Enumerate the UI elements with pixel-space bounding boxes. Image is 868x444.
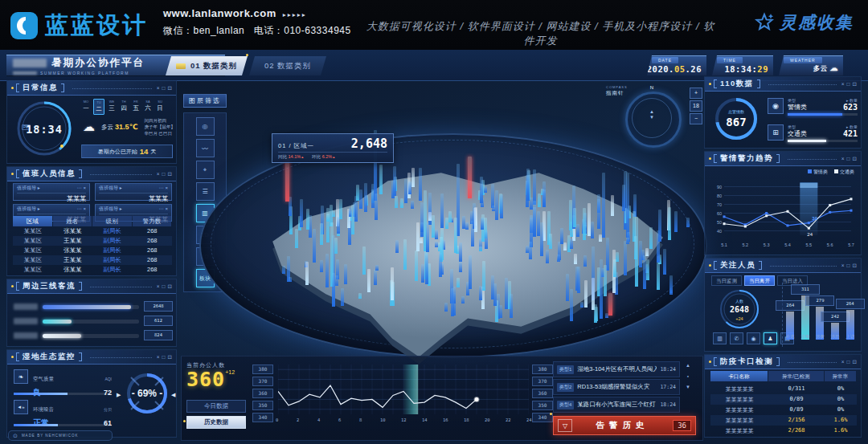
compass-widget[interactable]: COMPASS 指南针 N ▲▼ <box>620 85 683 148</box>
checkpoint-header-cell[interactable]: 卡口名称 <box>710 371 768 381</box>
window-icon[interactable]: × <box>157 171 160 177</box>
window-icon[interactable]: × <box>841 81 845 88</box>
tab-data-category-2[interactable]: 02 数据类别 <box>249 56 326 75</box>
data-spike <box>332 273 335 308</box>
gauge-next-button[interactable]: ◀ <box>171 392 175 398</box>
weekday-cell[interactable]: FR五 <box>131 99 141 115</box>
duty-table-header-cell[interactable]: 警力数 <box>133 216 172 226</box>
focus-category-icon[interactable]: ◉ <box>747 332 760 344</box>
table-row[interactable]: 某某区张某某副局长268 <box>13 265 172 275</box>
table-row[interactable]: 某某区王某某副局长268 <box>13 236 172 246</box>
focus-tab[interactable]: 当日离开 <box>744 275 775 286</box>
window-icon[interactable]: □ <box>847 359 850 365</box>
scroll-down-icon[interactable]: ▼ <box>686 385 690 389</box>
brand-logo[interactable]: 蓝蓝设计 <box>10 10 148 42</box>
table-row[interactable]: 某某某某某0/890% <box>710 405 857 415</box>
panel-police-trend: 警情警力趋势 ×□⊡ 警情类交通类 90807060504030245.15.2… <box>704 151 862 255</box>
duty-table-header-cell[interactable]: 区域 <box>13 216 52 226</box>
window-icon[interactable]: × <box>157 283 160 290</box>
window-icon[interactable]: × <box>841 263 845 269</box>
layer-button-signal[interactable]: 〰 <box>196 139 215 157</box>
table-row[interactable]: 某某某某某2/1561.6% <box>710 415 857 426</box>
duty-card-menu-icon[interactable]: ⋯ × <box>159 206 168 213</box>
flow-bar-row: 2648 <box>14 301 173 312</box>
alert-row[interactable]: 类型4某路口有小汽车连闯三个红灯18:24 <box>553 397 680 413</box>
window-icon[interactable]: ⊡ <box>168 354 172 360</box>
window-icon[interactable]: □ <box>162 354 166 360</box>
focus-category-icon[interactable]: ♟ <box>764 332 777 344</box>
alert-spike <box>608 293 612 316</box>
duty-table-header-cell[interactable]: 姓名 <box>53 216 92 226</box>
data-spike <box>479 246 482 252</box>
window-icon[interactable]: ⊡ <box>168 85 172 92</box>
duty-card-menu-icon[interactable]: ⋯ × <box>77 206 86 213</box>
gauge-prev-button[interactable]: ▶ <box>117 392 121 398</box>
window-icon[interactable]: □ <box>162 171 166 177</box>
data-spike <box>542 189 546 207</box>
data-spike <box>576 224 579 238</box>
table-row[interactable]: 某某某某某0/890% <box>710 394 857 405</box>
alert-history-button[interactable]: ▽ 告警历史 36 <box>553 416 696 435</box>
warning-icon: ▽ <box>558 419 572 432</box>
history-data-button[interactable]: 历史数据 <box>186 416 246 429</box>
window-icon[interactable]: ⊡ <box>853 156 857 162</box>
table-row[interactable]: 某某区王某某副局长268 <box>13 255 172 265</box>
duty-card-menu-icon[interactable]: ⋯ × <box>77 185 86 192</box>
today-data-button[interactable]: 今日数据 <box>186 400 246 413</box>
alert-row[interactable]: 类型1湿地3-104片区有不明人员闯入18:24 <box>553 361 680 377</box>
bracket <box>79 282 82 291</box>
alert-row[interactable]: 类型2RD13-53烟感报警疑似火灾17:24 <box>553 379 680 395</box>
tab-data-category-1[interactable]: 01 数据类别 <box>166 56 248 75</box>
checkpoint-header-cell[interactable]: 异常率 <box>825 371 856 381</box>
data-spike <box>643 255 646 289</box>
layer-button-target[interactable]: ⌖ <box>196 161 215 179</box>
checkpoint-header-cell[interactable]: 异常/已检测 <box>768 371 824 381</box>
duty-leader-card[interactable]: 值班领导 ▸⋯ ×某某某 <box>13 183 90 201</box>
layer-button-location[interactable]: ◎ <box>196 117 215 136</box>
window-icon[interactable]: ⊡ <box>853 81 857 88</box>
alert-text: RD13-53烟感报警疑似火灾 <box>577 383 657 391</box>
weekday-cell[interactable]: TH四 <box>119 99 129 115</box>
alarm-count-block: ▸ 数量623 <box>843 98 858 112</box>
duty-leader-card[interactable]: 值班领导 ▸⋯ ×某某某 <box>95 183 172 201</box>
duty-card-menu-icon[interactable]: ⋯ × <box>159 185 168 192</box>
window-icon[interactable]: □ <box>847 156 850 162</box>
table-row[interactable]: 某某区张某某副局长268 <box>13 226 172 236</box>
zoom-out-button[interactable]: − <box>690 113 702 124</box>
window-controls: ×□⊡ <box>157 354 172 360</box>
window-icon[interactable]: □ <box>847 263 850 269</box>
weekday-cell[interactable]: WE三 <box>107 99 117 115</box>
window-icon[interactable]: × <box>157 85 160 92</box>
data-spike <box>533 207 536 237</box>
focus-category-icon[interactable]: ▥ <box>713 332 727 344</box>
weekday-en: WE <box>107 100 117 104</box>
window-icon[interactable]: ⊡ <box>853 263 857 269</box>
window-icon[interactable]: ⊡ <box>853 359 857 365</box>
weekday-cell[interactable]: SA六 <box>143 99 153 115</box>
window-icon[interactable]: □ <box>847 81 850 88</box>
duty-table-header-cell[interactable]: 级别 <box>92 216 132 226</box>
website-url[interactable]: www.lanlanwork.com <box>163 7 276 19</box>
window-icon[interactable]: □ <box>162 283 166 290</box>
window-icon[interactable]: ⊡ <box>168 283 172 290</box>
weekday-cell[interactable]: SU日 <box>155 99 165 115</box>
window-icon[interactable]: □ <box>162 85 166 92</box>
table-row[interactable]: 某某某某某0/3110% <box>710 384 857 394</box>
table-row[interactable]: 某某某某某2/2681.6% <box>710 426 857 436</box>
window-icon[interactable]: ⊡ <box>168 171 172 177</box>
legend-swatch <box>834 169 838 173</box>
focus-category-icon[interactable]: ✆ <box>730 332 743 344</box>
table-row[interactable]: 某某区张某某副局长268 <box>13 246 172 255</box>
focus-tab[interactable]: 当日监测 <box>711 275 742 286</box>
weekday-cell[interactable]: TU二 <box>93 99 104 115</box>
window-icon[interactable]: × <box>841 359 845 365</box>
window-icon[interactable]: × <box>157 354 160 360</box>
layer-button-list[interactable]: ☰ <box>196 182 215 201</box>
zoom-in-button[interactable]: + <box>690 88 702 99</box>
focus-bar-column: 264在逃 <box>784 300 796 340</box>
weekday-cell[interactable]: MO一 <box>81 99 91 115</box>
inspiration-collect[interactable]: 灵感收集 <box>754 11 854 34</box>
city-3d-map[interactable] <box>237 157 681 359</box>
scroll-up-icon[interactable]: ▲ <box>686 363 690 368</box>
window-icon[interactable]: × <box>841 156 845 162</box>
